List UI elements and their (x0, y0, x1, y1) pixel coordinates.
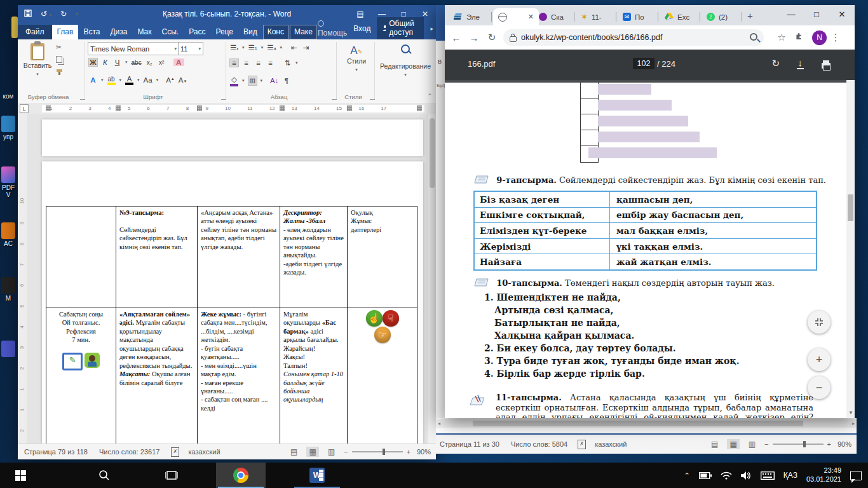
table-column-marker[interactable] (46, 105, 51, 111)
table-cell[interactable]: Дескриптор: Жалпы -3балл- өлең жолдарын … (280, 207, 348, 308)
read-mode-icon[interactable]: ▤ (288, 447, 300, 457)
share-button[interactable]: Общий доступ (377, 17, 424, 39)
zoom-slider-thumb[interactable] (383, 449, 385, 455)
web-layout-icon[interactable]: ▥ (746, 439, 758, 449)
desktop-icon-extra[interactable] (0, 341, 17, 358)
extensions-puzzle-icon[interactable] (790, 32, 808, 43)
zoom-slider[interactable]: −+ (344, 448, 410, 456)
document-page-end[interactable] (42, 119, 423, 156)
pdf-scrollbar-thumb[interactable] (848, 194, 853, 221)
table-cell[interactable]: Сабақтың соңы Ой толғаныс. Рефлексия 7 м… (46, 308, 116, 444)
bullets-button[interactable]: ☰• (230, 43, 238, 52)
chrome-minimize-button[interactable]: — (778, 5, 804, 24)
format-painter-icon[interactable] (56, 69, 64, 77)
url-text[interactable]: okulyk.kz/wp-content/books/166/166.pdf (521, 33, 662, 42)
word-document-area[interactable]: 2 1 1 2 3 4 5 6 7 8 9 10 №9-тапсырма:Сөй… (18, 114, 436, 444)
speaker-icon[interactable] (741, 471, 752, 480)
text-effects-button[interactable]: А (89, 76, 97, 84)
table-column-marker[interactable] (347, 105, 352, 111)
table-column-marker[interactable] (417, 105, 422, 111)
editing-button[interactable]: Редактирование▾ (377, 44, 433, 78)
chrome-close-button[interactable]: ✕ (829, 5, 855, 24)
table-cell[interactable]: «Аяқталмаған сөйлем» әдісі. Мұғалім саба… (116, 308, 198, 444)
desktop-icon-ac[interactable]: AC (0, 222, 17, 247)
tab-design[interactable]: Диза (105, 25, 132, 39)
zoom-level[interactable]: 90% (837, 440, 851, 448)
table-cell[interactable]: «Аңсарым асқақ Астана» атты өлеңді ауызе… (198, 207, 280, 308)
increase-indent-button[interactable]: ⇥ (302, 43, 310, 52)
tab-view[interactable]: Вид (238, 25, 262, 39)
tab-layout[interactable]: Мак (132, 25, 156, 39)
background-word-window-edge[interactable]: В Буф (436, 5, 445, 418)
tab-references[interactable]: Ссы. (157, 25, 184, 39)
table-cell[interactable] (46, 207, 116, 308)
sign-in-item[interactable]: Вход (353, 24, 370, 33)
back-icon[interactable]: ← (447, 32, 465, 43)
copy-icon[interactable] (56, 56, 64, 64)
table-column-marker[interactable] (116, 105, 121, 111)
taskbar-clock[interactable]: 23:49 03.01.2021 (806, 466, 841, 484)
web-layout-icon[interactable]: ▥ (325, 447, 337, 457)
print-layout-icon[interactable]: ▦ (306, 447, 318, 457)
lesson-plan-table[interactable]: №9-тапсырма:Сөйлемдерді сәйкестендіріп ж… (46, 206, 417, 444)
justify-button[interactable]: ≡ (266, 59, 275, 67)
bold-button[interactable]: Ж (89, 58, 97, 66)
fit-page-button[interactable] (808, 311, 831, 334)
zoom-out-button[interactable]: − (808, 376, 831, 399)
word-count[interactable]: Число слов: 5804 (499, 440, 567, 448)
page-indicator[interactable]: Страница 79 из 118 (18, 448, 88, 456)
print-layout-icon[interactable]: ▦ (727, 439, 739, 449)
language-indicator[interactable]: ҚАЗ (783, 471, 797, 480)
desktop-icon-pdf-viewer[interactable]: PDF V (0, 166, 17, 198)
zoom-slider[interactable]: −+ (764, 440, 831, 448)
paste-button[interactable]: Вставить▾ (23, 42, 52, 89)
taskbar-chrome-button[interactable] (216, 463, 266, 488)
profile-avatar[interactable]: N (812, 30, 827, 45)
italic-button[interactable]: К (101, 58, 109, 66)
action-center-icon[interactable] (850, 471, 862, 480)
tray-expand-icon[interactable]: ⌃ (684, 471, 690, 480)
touch-keyboard-icon[interactable] (761, 471, 775, 480)
tab-close-icon[interactable]: ✕ (528, 13, 534, 21)
chrome-maximize-button[interactable]: □ (804, 5, 829, 24)
rotate-icon[interactable]: ↻ (771, 58, 780, 69)
table-cell[interactable]: Оқулық Жұмыс дәптерлері (348, 207, 417, 308)
proofing-icon[interactable]: ✗ (171, 447, 179, 457)
zoom-in-button[interactable]: + (808, 348, 831, 371)
borders-button[interactable]: ⊞ (248, 76, 257, 85)
tabs-overflow-icon[interactable]: ▸ (430, 25, 433, 32)
tab-selector[interactable]: L (20, 104, 29, 113)
help-item[interactable]: Помощь (318, 20, 347, 37)
sort-button[interactable]: А↓ (270, 77, 278, 85)
align-center-button[interactable]: ≡ (242, 59, 250, 67)
table-cell[interactable]: Мұғалім оқушыларды «Бас бармақ» әдісі ар… (280, 308, 348, 444)
horizontal-ruler[interactable]: L 1 2 3 4 5 6 7 8 9 10 11 12 13 14 15 16… (18, 103, 436, 114)
zoom-level[interactable]: 90% (417, 448, 431, 456)
pdf-viewer[interactable]: 9-тапсырма. Сөйлемдерді сәйкестендіріп ж… (445, 80, 855, 418)
bookmark-star-icon[interactable]: ☆ (773, 32, 790, 43)
language-indicator[interactable]: казахский (586, 440, 627, 448)
new-tab-button[interactable]: + (747, 10, 753, 21)
decrease-indent-button[interactable]: ⇤ (290, 43, 298, 52)
table-cell[interactable]: ☝☟ ☞ (348, 308, 417, 444)
underline-button[interactable]: Ч (113, 58, 121, 66)
font-size-select[interactable]: 11▾ (178, 42, 203, 55)
cut-icon[interactable]: ✂ (56, 43, 64, 51)
table-column-marker[interactable] (197, 105, 202, 111)
tab-review[interactable]: Реце (210, 25, 238, 39)
font-name-select[interactable]: Times New Roman▾ (88, 42, 179, 55)
tab-table-layout[interactable]: Маке (290, 25, 317, 39)
highlight-button[interactable]: ab (107, 76, 116, 85)
styles-button[interactable]: А✎ Стили▾ (342, 44, 371, 72)
superscript-button[interactable]: x² (158, 59, 166, 66)
taskbar-word-button[interactable]: W (292, 463, 342, 488)
tab-file[interactable]: Файл (18, 25, 52, 39)
scroll-right-arrow[interactable]: ▸ (852, 421, 855, 426)
tab-table-design[interactable]: Конс (263, 25, 288, 39)
desktop-icon-fragment[interactable] (11, 17, 18, 38)
tab-insert[interactable]: Вста (78, 25, 105, 39)
subscript-button[interactable]: x₂ (146, 59, 154, 66)
line-spacing-button[interactable]: ⇅ (283, 58, 292, 67)
document-page[interactable]: №9-тапсырма:Сөйлемдерді сәйкестендіріп ж… (42, 161, 423, 444)
download-icon[interactable]: ↓ (797, 57, 804, 69)
